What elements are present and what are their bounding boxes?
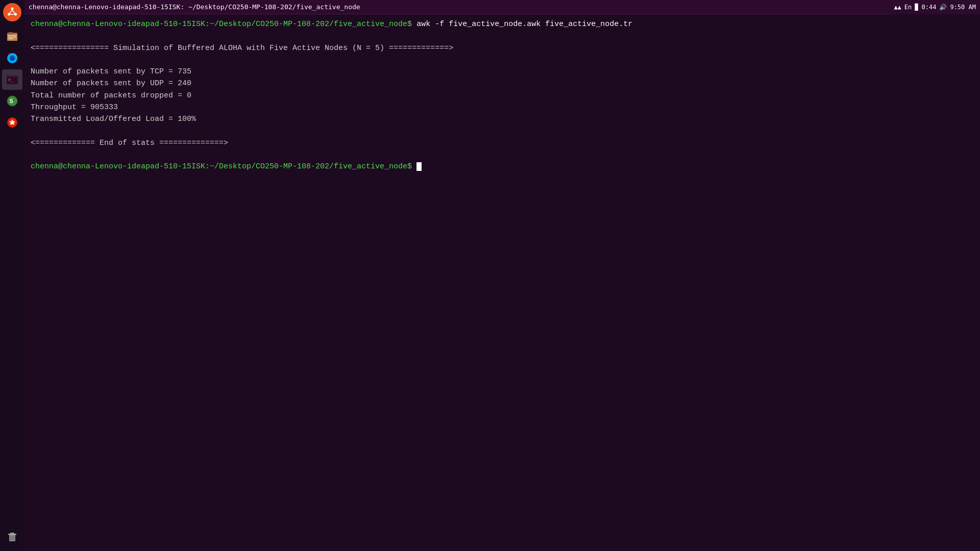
svg-point-1 (11, 8, 14, 10)
svg-rect-7 (8, 35, 16, 36)
firefox-button[interactable] (2, 48, 22, 68)
update-button[interactable] (2, 112, 22, 133)
svg-rect-6 (9, 32, 13, 34)
stat-dropped: Total number of packets dropped = 0 (31, 90, 976, 102)
svg-text:>_: >_ (8, 78, 13, 82)
synaptic-button[interactable]: S (2, 91, 22, 111)
titlebar: chenna@chenna-Lenovo-ideapad-510-15ISK: … (24, 0, 980, 14)
separator-line-2: <============= End of stats ============… (31, 137, 976, 149)
separator-line-1: <================ Simulation of Buffered… (31, 42, 976, 54)
systray: ▲▲ En ▉ 0:44 🔊 9:50 AM (890, 0, 980, 14)
battery-time: 0:44 (922, 4, 937, 11)
stat-udp: Number of packets sent by UDP = 240 (31, 78, 976, 89)
terminal-output[interactable]: chenna@chenna-Lenovo-ideapad-510-15ISK:~… (24, 14, 980, 551)
battery-status: ▉ (915, 4, 918, 11)
stat-throughput: Throughput = 905333 (31, 102, 976, 113)
ubuntu-logo-icon (3, 3, 21, 21)
terminal-button[interactable]: >_ (2, 69, 22, 90)
clock: 9:50 AM (950, 4, 976, 11)
stat-tcp: Number of packets sent by TCP = 735 (31, 66, 976, 78)
command-line: chenna@chenna-Lenovo-ideapad-510-15ISK:~… (31, 18, 976, 30)
svg-rect-15 (7, 75, 18, 77)
synaptic-icon: S (5, 94, 19, 108)
files-button[interactable] (2, 27, 22, 47)
titlebar-text: chenna@chenna-Lenovo-ideapad-510-15ISK: … (29, 3, 360, 11)
svg-text:S: S (10, 98, 13, 104)
volume-icon[interactable]: 🔊 (939, 4, 947, 11)
trash-icon (5, 530, 19, 544)
prompt-1: chenna@chenna-Lenovo-ideapad-510-15ISK:~… (31, 20, 412, 29)
main-area: chenna@chenna-Lenovo-ideapad-510-15ISK: … (24, 0, 980, 551)
keyboard-layout[interactable]: En (904, 4, 912, 11)
command-text: awk -f five_active_node.awk five_active_… (412, 20, 632, 29)
stat-load: Transmitted Load/Offered Load = 100% (31, 113, 976, 125)
network-icon: ▲▲ (894, 4, 901, 11)
prompt-dollar (412, 162, 416, 171)
final-prompt-line: chenna@chenna-Lenovo-ideapad-510-15ISK:~… (31, 161, 976, 172)
update-icon (5, 115, 19, 130)
firefox-icon (5, 51, 19, 65)
svg-rect-24 (10, 533, 14, 534)
files-icon (5, 30, 19, 44)
trash-button[interactable] (2, 527, 22, 547)
svg-rect-9 (8, 38, 13, 39)
prompt-2: chenna@chenna-Lenovo-ideapad-510-15ISK:~… (31, 162, 412, 171)
svg-point-13 (11, 57, 13, 59)
ubuntu-logo-button[interactable] (2, 2, 22, 22)
cursor (416, 162, 422, 171)
svg-rect-8 (8, 37, 16, 38)
sidebar: >_ S (0, 0, 24, 551)
terminal-icon: >_ (5, 72, 19, 87)
